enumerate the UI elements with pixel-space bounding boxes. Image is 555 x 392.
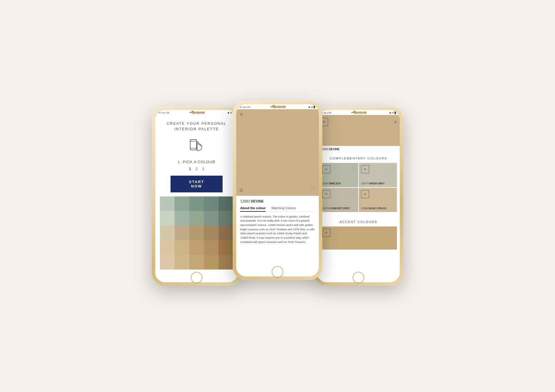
step-2: 2 (196, 167, 198, 171)
color-hero: ✕ ⊡ ♡ (236, 109, 319, 196)
phone1-content: CREATE YOUR PERSONAL INTERIOR PALETTE (155, 115, 238, 282)
complementary-title: COMPLEMENTARY COLOURS (317, 153, 400, 163)
color-cell[interactable] (175, 255, 189, 270)
color-cell[interactable] (219, 255, 233, 270)
add-dusky-peach-button[interactable]: + (361, 190, 369, 198)
status-icons-2: ▶ ⊕ ▊ (309, 106, 315, 108)
phone-camera-left (191, 111, 194, 113)
dusky-peach-label: 12084 DUSKY PEACH (361, 207, 395, 210)
step-dots: 1 2 3 (189, 167, 204, 171)
status-carrier-1: ▪▪▪ du LTE (159, 112, 169, 114)
comp-card-controls-3: + ♡ (322, 190, 356, 198)
phones-container: ▪▪▪ du LTE 11:41 AM ▶ ⊕ ▊ CREATE YOUR PE… (143, 107, 412, 286)
color-palette-grid (160, 196, 233, 270)
add-timeless-button[interactable]: + (322, 165, 330, 173)
chevron-down-icon[interactable]: ∨ (394, 120, 397, 124)
color-cell[interactable] (175, 196, 189, 211)
color-tabs: About the colour Matching Colours (240, 206, 315, 212)
color-cell[interactable] (160, 196, 175, 211)
phone-home-button-1[interactable] (191, 272, 202, 283)
color-cell[interactable] (160, 255, 175, 270)
selected-color-card: + ∨ 12083 DEVINE (317, 115, 400, 153)
color-cell[interactable] (160, 211, 175, 226)
color-cell[interactable] (160, 226, 175, 240)
selected-color-label: 12083 DEVINE (317, 146, 400, 153)
color-cell[interactable] (189, 255, 204, 270)
color-cell[interactable] (160, 240, 175, 255)
sheer-grey-label: 12077 SHEER GREY (361, 182, 395, 185)
phone3-screen: ▪▪▪ du LTE 11:40 AM ▶ ⊕ ▊ + ∨ (317, 110, 400, 282)
start-now-button[interactable]: START NOW (171, 176, 223, 192)
heart-button[interactable]: ♡ (311, 186, 315, 192)
accent-color-card: + ♡ (320, 226, 397, 250)
phone3-main: + ∨ 12083 DEVINE COMPLEMENTARY COLOURS +… (317, 115, 400, 282)
color-cell[interactable] (204, 211, 219, 226)
color-cell[interactable] (204, 255, 219, 270)
comp-color-dusky-peach: + ♡ 12084 DUSKY PEACH (359, 188, 397, 212)
phone2-screen: ▪▪▪ du LTE 11:41 AM ▶ ⊕ ▊ ✕ ⊡ ♡ (236, 104, 319, 276)
step-1: 1 (189, 167, 191, 171)
color-cell[interactable] (189, 196, 204, 211)
color-cell[interactable] (175, 240, 189, 255)
color-cell[interactable] (175, 211, 189, 226)
add-sheer-grey-button[interactable]: + (361, 165, 369, 173)
comp-color-comfort-grey: + ♡ 12078 COMFORT GREY (320, 188, 358, 212)
color-cell[interactable] (219, 226, 233, 240)
color-cell[interactable] (204, 196, 219, 211)
phone1-main: CREATE YOUR PERSONAL INTERIOR PALETTE (155, 115, 238, 270)
phone-camera-2 (272, 105, 275, 107)
phone-left: ▪▪▪ du LTE 11:41 AM ▶ ⊕ ▊ CREATE YOUR PE… (152, 107, 241, 286)
color-cell[interactable] (204, 240, 219, 255)
color-cell[interactable] (189, 240, 204, 255)
phone2-main: ✕ ⊡ ♡ 12083 DEVINE About the colour Matc… (236, 109, 319, 276)
heart-timeless[interactable]: ♡ (352, 167, 356, 172)
timeless-label: 1024 TIMELESS (322, 182, 356, 185)
heart-comfort-grey[interactable]: ♡ (352, 192, 356, 196)
color-info: 12083 DEVINE About the colour Matching C… (236, 196, 319, 276)
tab-matching[interactable]: Matching Colours (271, 206, 296, 211)
accent-card-controls: + ♡ (322, 229, 395, 237)
heart-dusky-peach[interactable]: ♡ (391, 192, 395, 196)
heart-accent[interactable]: ♡ (391, 231, 395, 235)
heart-sheer-grey[interactable]: ♡ (391, 167, 395, 172)
tab-about[interactable]: About the colour (240, 206, 266, 211)
expand-button[interactable]: ⊡ (240, 188, 243, 192)
color-cell[interactable] (189, 211, 204, 226)
comp-color-sheer-grey: + ♡ 12077 SHEER GREY (359, 163, 397, 187)
hand-icon (188, 137, 205, 155)
color-description: A subdued peach nuance. The colour is go… (240, 215, 315, 244)
color-cell[interactable] (204, 226, 219, 240)
step-3: 3 (202, 167, 204, 171)
complementary-grid: + ♡ 1024 TIMELESS + ♡ (317, 163, 400, 212)
phone-home-button-3[interactable] (353, 272, 364, 283)
accent-title: ACCENT COLOURS (317, 216, 400, 226)
phone1-screen: ▪▪▪ du LTE 11:41 AM ▶ ⊕ ▊ CREATE YOUR PE… (155, 110, 238, 282)
comp-card-controls-1: + ♡ (322, 165, 356, 173)
comfort-grey-label: 12078 COMFORT GREY (322, 207, 356, 210)
color-cell[interactable] (219, 240, 233, 255)
phone-camera-3 (353, 111, 356, 113)
add-accent-button[interactable]: + (322, 229, 330, 237)
phone-home-button-2[interactable] (272, 266, 283, 278)
comp-card-controls-2: + ♡ (361, 165, 395, 173)
card-controls: + ∨ (320, 118, 397, 126)
palette-title: CREATE YOUR PERSONAL INTERIOR PALETTE (166, 121, 226, 132)
status-icons-3: ▶ ⊕ ▊ (390, 112, 396, 114)
color-cell[interactable] (189, 226, 204, 240)
phone-center: ▪▪▪ du LTE 11:41 AM ▶ ⊕ ▊ ✕ ⊡ ♡ (233, 101, 322, 280)
comp-color-timeless: + ♡ 1024 TIMELESS (320, 163, 358, 187)
color-cell[interactable] (175, 226, 189, 240)
color-code-label: 12083 DEVINE (240, 199, 315, 203)
add-comfort-grey-button[interactable]: + (322, 190, 330, 198)
close-button[interactable]: ✕ (240, 112, 243, 117)
phone-right: ▪▪▪ du LTE 11:40 AM ▶ ⊕ ▊ + ∨ (314, 107, 403, 286)
color-cell[interactable] (219, 211, 233, 226)
comp-card-controls-4: + ♡ (361, 190, 395, 198)
pick-colour-label: 1. PICK A COLOUR (178, 160, 216, 164)
color-cell[interactable] (219, 196, 233, 211)
status-carrier-2: ▪▪▪ du LTE (240, 106, 250, 108)
